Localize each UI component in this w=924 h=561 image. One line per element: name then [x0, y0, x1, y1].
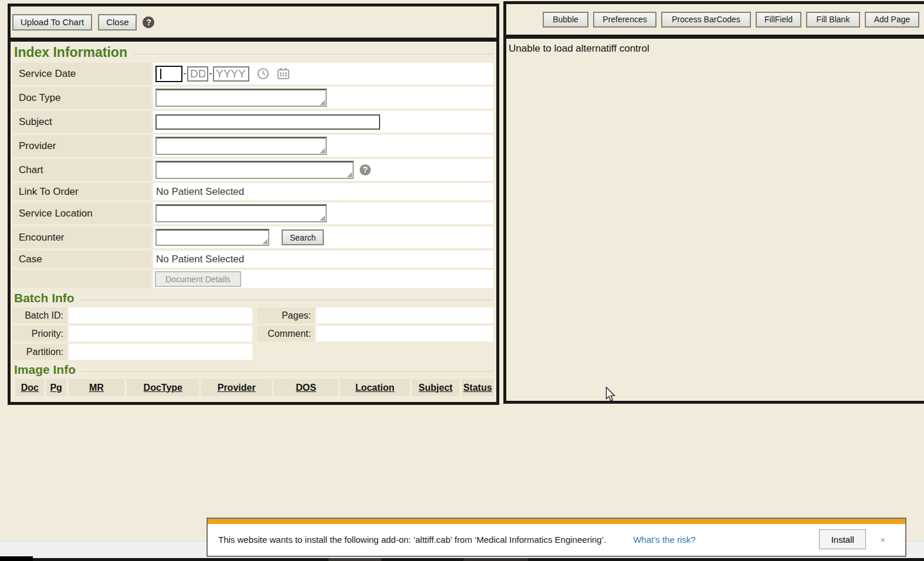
chart-row: Chart ? — [13, 159, 493, 181]
column-header-location[interactable]: Location — [340, 379, 409, 396]
viewer-toolbar: Bubble Preferences Process BarCodes Fill… — [506, 4, 924, 39]
link-to-order-row: Link To Order No Patient Selected — [13, 183, 493, 200]
doc-type-label: Doc Type — [13, 87, 151, 109]
column-header-status[interactable]: Status — [462, 379, 493, 396]
batch-id-label: Batch ID: — [13, 307, 67, 323]
service-location-combobox[interactable] — [155, 204, 327, 222]
case-row: Case No Patient Selected — [13, 251, 493, 268]
date-separator: - — [209, 67, 212, 80]
chart-help-icon[interactable]: ? — [360, 164, 371, 175]
pages-label: Pages: — [257, 307, 314, 323]
empty-label-cell — [13, 270, 151, 288]
batch-row-1: Batch ID: Pages: — [13, 307, 493, 323]
subject-row: Subject — [13, 111, 493, 133]
column-header-provider[interactable]: Provider — [201, 379, 271, 396]
column-header-dos[interactable]: DOS — [274, 379, 338, 396]
resize-grip-icon — [320, 148, 325, 153]
taskbar-strip-segment — [463, 558, 528, 561]
priority-label: Priority: — [13, 326, 67, 342]
encounter-search-button[interactable]: Search — [282, 229, 324, 245]
taskbar-strip-segment — [329, 558, 381, 561]
partition-label: Partition: — [13, 344, 67, 360]
fill-blank-button[interactable]: Fill Blank — [806, 12, 860, 28]
viewer-error-message: Unable to load alternatiff control — [506, 39, 924, 59]
resize-grip-icon — [320, 100, 325, 105]
batch-row-2: Priority: Comment: — [13, 326, 493, 342]
column-header-doctype[interactable]: DocType — [127, 379, 199, 396]
link-to-order-label: Link To Order — [13, 183, 151, 200]
text-caret — [160, 69, 161, 79]
notification-close-icon[interactable]: × — [880, 535, 885, 545]
subject-input[interactable] — [155, 114, 380, 130]
service-date-month-input[interactable] — [155, 66, 182, 82]
clock-icon[interactable] — [257, 67, 269, 80]
provider-combobox[interactable] — [155, 137, 327, 155]
addon-install-notification: This website wants to install the follow… — [207, 518, 906, 557]
index-panel-toolbar: Upload To Chart Close ? — [11, 6, 496, 42]
index-panel-content: Index Information Service Date - - — [11, 45, 496, 396]
encounter-label: Encounter — [13, 227, 151, 248]
taskbar-strip — [0, 558, 924, 561]
taskbar-corner-block — [0, 556, 33, 561]
whats-the-risk-link[interactable]: What’s the risk? — [633, 535, 695, 545]
mouse-cursor-icon — [605, 387, 617, 403]
resize-grip-icon — [320, 215, 325, 221]
doc-type-combobox[interactable] — [155, 89, 327, 107]
preferences-button[interactable]: Preferences — [593, 12, 656, 28]
process-barcodes-button[interactable]: Process BarCodes — [661, 12, 751, 28]
bubble-button[interactable]: Bubble — [543, 12, 588, 28]
close-button[interactable]: Close — [98, 14, 137, 31]
doc-type-row: Doc Type — [13, 87, 493, 109]
document-details-button[interactable]: Document Details — [155, 271, 241, 287]
service-date-year-input[interactable] — [213, 66, 249, 82]
service-date-row: Service Date - - — [13, 63, 493, 85]
comment-value — [316, 326, 493, 342]
column-header-mr[interactable]: MR — [69, 379, 125, 396]
calendar-icon[interactable] — [277, 67, 290, 80]
service-location-label: Service Location — [13, 202, 151, 224]
add-page-button[interactable]: Add Page — [865, 12, 919, 28]
document-details-row: Document Details — [13, 270, 493, 288]
viewer-panel: Bubble Preferences Process BarCodes Fill… — [503, 1, 924, 404]
column-header-subject[interactable]: Subject — [412, 379, 460, 396]
priority-value — [69, 326, 252, 342]
resize-grip-icon — [262, 239, 268, 244]
pages-value — [316, 307, 493, 323]
notification-accent-stripe — [208, 519, 905, 524]
upload-to-chart-button[interactable]: Upload To Chart — [12, 14, 92, 31]
index-information-title: Index Information — [14, 45, 493, 60]
image-info-header-row: Doc Pg MR DocType Provider DOS Location … — [16, 379, 493, 396]
service-location-row: Service Location — [13, 202, 493, 224]
notification-message: This website wants to install the follow… — [218, 535, 606, 545]
batch-row-3: Partition: — [13, 344, 493, 360]
link-to-order-value: No Patient Selected — [155, 186, 244, 198]
service-date-day-input[interactable] — [187, 66, 208, 82]
chart-label: Chart — [13, 159, 151, 181]
partition-value — [69, 344, 252, 360]
index-panel: Upload To Chart Close ? Index Informatio… — [8, 4, 499, 405]
resize-grip-icon — [347, 172, 352, 177]
install-button[interactable]: Install — [819, 529, 866, 549]
column-header-doc[interactable]: Doc — [16, 379, 44, 396]
service-date-label: Service Date — [13, 63, 151, 85]
batch-id-value — [69, 307, 252, 323]
date-separator: - — [183, 67, 187, 80]
chart-combobox[interactable] — [155, 161, 354, 179]
batch-info-title: Batch Info — [14, 291, 493, 305]
case-label: Case — [13, 251, 151, 268]
encounter-row: Encounter Search — [13, 227, 493, 248]
subject-label: Subject — [13, 111, 151, 133]
help-icon[interactable]: ? — [143, 16, 154, 28]
provider-row: Provider — [13, 135, 493, 157]
encounter-combobox[interactable] — [155, 229, 269, 246]
provider-label: Provider — [13, 135, 151, 157]
fillfield-button[interactable]: FillField — [756, 12, 801, 28]
case-value: No Patient Selected — [155, 254, 244, 265]
column-header-pg[interactable]: Pg — [46, 379, 66, 396]
comment-label: Comment: — [257, 326, 314, 342]
image-info-title: Image Info — [14, 363, 493, 377]
